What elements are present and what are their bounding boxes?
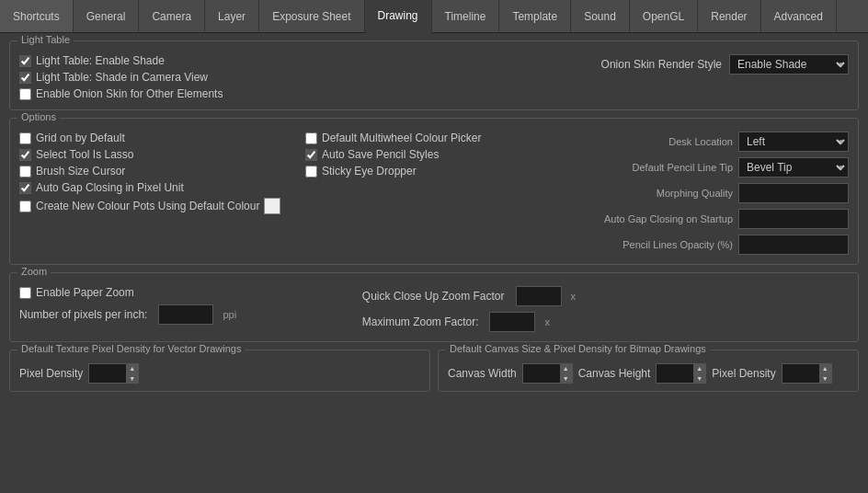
quick-close-up-row: Quick Close Up Zoom Factor 4 x	[362, 286, 849, 306]
canvas-width-down[interactable]: ▼	[560, 373, 572, 384]
opt-check-sticky-dropper[interactable]: Sticky Eye Dropper	[305, 165, 582, 178]
canvas-height-up[interactable]: ▲	[693, 363, 705, 373]
default-colour-swatch[interactable]	[264, 198, 280, 214]
opt-check-brush-size-cursor[interactable]: Brush Size Cursor	[19, 165, 296, 178]
pencil-tip-select-wrapper: Bevel TipRound TipFlat Tip	[738, 157, 849, 178]
morphing-quality-label: Morphing Quality	[591, 188, 733, 199]
pixels-per-inch-row: Number of pixels per inch: 72 ppi	[19, 304, 344, 325]
morphing-quality-input[interactable]: 0.2	[738, 183, 849, 203]
enable-paper-zoom-row: Enable Paper Zoom	[19, 286, 344, 299]
options-col2: Default Multiwheel Colour PickerAuto Sav…	[305, 132, 582, 255]
tab-sound[interactable]: Sound	[571, 0, 630, 32]
pencil-tip-select[interactable]: Bevel TipRound TipFlat Tip	[738, 157, 849, 178]
bitmap-body: Canvas Width 200% ▲ ▼ Canvas Height 200%…	[448, 363, 849, 384]
zoom-left: Enable Paper Zoom Number of pixels per i…	[19, 286, 344, 332]
tab-exposure-sheet[interactable]: Exposure Sheet	[259, 0, 364, 32]
tab-timeline[interactable]: Timeline	[432, 0, 500, 32]
desk-location-row: Desk Location LeftRight	[591, 132, 849, 152]
canvas-height-spinner: 200% ▲ ▼	[656, 363, 706, 384]
light-table-title: Light Table	[17, 34, 74, 45]
canvas-height-input[interactable]: 200%	[657, 364, 693, 383]
tabs-bar: ShortcutsGeneralCameraLayerExposure Shee…	[0, 0, 868, 33]
vector-pixel-density-label: Pixel Density	[19, 367, 83, 380]
vector-spinner-down[interactable]: ▼	[126, 373, 138, 384]
auto-gap-startup-label: Auto Gap Closing on Startup	[591, 213, 733, 224]
pencil-opacity-label: Pencil Lines Opacity (%)	[591, 239, 733, 250]
canvas-height-down[interactable]: ▼	[693, 373, 705, 384]
vector-pixel-density-spinner: 100% ▲ ▼	[88, 363, 139, 384]
light-table-checks: Light Table: Enable ShadeLight Table: Sh…	[19, 54, 601, 100]
opt-check-grid-default[interactable]: Grid on by Default	[19, 132, 296, 144]
quick-close-up-label: Quick Close Up Zoom Factor	[362, 290, 505, 303]
opt-check-auto-gap[interactable]: Auto Gap Closing in Pixel Unit	[19, 181, 296, 194]
onion-skin-style-row: Onion Skin Render Style Enable ShadeOutl…	[601, 54, 849, 75]
enable-paper-zoom-check[interactable]: Enable Paper Zoom	[19, 286, 134, 299]
bitmap-pixel-density-spinner: 100% ▲ ▼	[782, 363, 832, 384]
desk-location-select-wrapper: LeftRight	[738, 132, 849, 152]
tab-advanced[interactable]: Advanced	[761, 0, 837, 32]
quick-close-up-input[interactable]: 4	[516, 286, 562, 306]
onion-skin-select-wrapper: Enable ShadeOutline OnlyWashed Out	[729, 54, 849, 75]
light-table-section: Light Table Light Table: Enable ShadeLig…	[9, 40, 859, 110]
lt-check-lt-shade-camera[interactable]: Light Table: Shade in Camera View	[19, 71, 601, 84]
vector-section: Default Texture Pixel Density for Vector…	[9, 350, 430, 392]
bitmap-pixel-density-down[interactable]: ▼	[819, 373, 831, 384]
pencil-opacity-row: Pencil Lines Opacity (%) 100	[591, 235, 849, 255]
auto-gap-startup-input[interactable]: 0	[738, 209, 849, 229]
zoom-title: Zoom	[17, 266, 51, 277]
desk-location-select[interactable]: LeftRight	[738, 132, 849, 152]
pixels-per-inch-label: Number of pixels per inch:	[19, 308, 147, 321]
tab-drawing[interactable]: Drawing	[365, 0, 432, 33]
max-zoom-input[interactable]: 4	[489, 312, 535, 332]
zoom-right: Quick Close Up Zoom Factor 4 x Maximum Z…	[362, 286, 849, 332]
pixels-per-inch-unit: ppi	[223, 309, 236, 320]
opt-check-multiwheel[interactable]: Default Multiwheel Colour Picker	[305, 132, 582, 144]
vector-title: Default Texture Pixel Density for Vector…	[17, 343, 245, 354]
vector-spinner-up[interactable]: ▲	[126, 363, 138, 373]
tab-layer[interactable]: Layer	[205, 0, 259, 32]
zoom-section: Zoom Enable Paper Zoom Number of pixels …	[9, 272, 859, 342]
onion-skin-label: Onion Skin Render Style	[601, 58, 722, 71]
morphing-quality-row: Morphing Quality 0.2	[591, 183, 849, 203]
lt-check-lt-onion-skin[interactable]: Enable Onion Skin for Other Elements	[19, 87, 601, 100]
opt-check-auto-save-pencil[interactable]: Auto Save Pencil Styles	[305, 148, 582, 161]
tab-general[interactable]: General	[74, 0, 140, 32]
max-zoom-label: Maximum Zoom Factor:	[362, 315, 479, 328]
canvas-width-spinner-buttons: ▲ ▼	[560, 363, 572, 384]
opt-check-colour-pots[interactable]: Create New Colour Pots Using Default Col…	[19, 200, 259, 212]
canvas-width-up[interactable]: ▲	[560, 363, 572, 373]
options-title: Options	[17, 111, 60, 122]
bitmap-pixel-density-input[interactable]: 100%	[782, 364, 819, 383]
options-col3: Desk Location LeftRight Default Pencil L…	[591, 132, 849, 255]
canvas-height-spinner-buttons: ▲ ▼	[693, 363, 705, 384]
pencil-tip-row: Default Pencil Line Tip Bevel TipRound T…	[591, 157, 849, 178]
bitmap-pixel-density-up[interactable]: ▲	[819, 363, 831, 373]
canvas-width-label: Canvas Width	[448, 367, 517, 380]
vector-pixel-density-input[interactable]: 100%	[89, 364, 126, 383]
tab-camera[interactable]: Camera	[139, 0, 205, 32]
canvas-width-input[interactable]: 200%	[523, 364, 560, 383]
pixels-per-inch-input[interactable]: 72	[158, 304, 213, 325]
enable-paper-zoom-label: Enable Paper Zoom	[36, 286, 134, 299]
pencil-opacity-input[interactable]: 100	[738, 235, 849, 255]
lt-check-lt-enable-shade[interactable]: Light Table: Enable Shade	[19, 54, 601, 67]
tab-render[interactable]: Render	[698, 0, 760, 32]
tab-opengl[interactable]: OpenGL	[630, 0, 698, 32]
content-area: Light Table Light Table: Enable ShadeLig…	[0, 33, 868, 493]
quick-close-up-unit: x	[571, 291, 577, 302]
vector-spinner-buttons: ▲ ▼	[126, 363, 138, 384]
pencil-tip-label: Default Pencil Line Tip	[591, 162, 733, 173]
tab-shortcuts[interactable]: Shortcuts	[0, 0, 74, 32]
tab-template[interactable]: Template	[499, 0, 571, 32]
canvas-height-label: Canvas Height	[578, 367, 651, 380]
options-section: Options Grid on by DefaultSelect Tool Is…	[9, 118, 859, 265]
max-zoom-row: Maximum Zoom Factor: 4 x	[362, 312, 849, 332]
bitmap-section: Default Canvas Size & Pixel Density for …	[438, 350, 859, 392]
max-zoom-unit: x	[544, 316, 550, 327]
options-col1: Grid on by DefaultSelect Tool Is LassoBr…	[19, 132, 296, 255]
vector-body: Pixel Density 100% ▲ ▼	[19, 363, 420, 384]
canvas-width-spinner: 200% ▲ ▼	[522, 363, 573, 384]
onion-skin-select[interactable]: Enable ShadeOutline OnlyWashed Out	[729, 54, 849, 75]
opt-check-select-lasso[interactable]: Select Tool Is Lasso	[19, 148, 296, 161]
bottom-sections: Default Texture Pixel Density for Vector…	[9, 350, 859, 392]
